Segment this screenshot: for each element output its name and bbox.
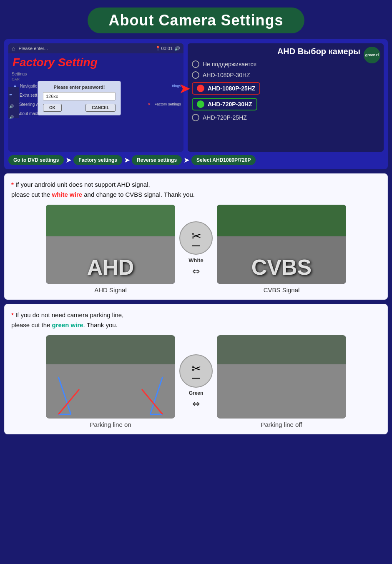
- dialog-input: 126xx: [43, 92, 116, 100]
- scissors-icon-2: ✂: [191, 362, 201, 376]
- section3-text2-before: please cut the: [11, 321, 52, 328]
- scissors-circle-green: ✂ ▬▬: [179, 354, 213, 388]
- double-arrow-1: ⇔: [192, 266, 200, 277]
- white-label: White: [188, 257, 203, 263]
- location-icon: 📍: [155, 46, 161, 51]
- screenshot-panel: ⌂ Please enter... 📍 00:01 🔊 Factory Sett…: [8, 43, 183, 152]
- header-title: About Camera Settings: [108, 12, 283, 29]
- steps-row: Go to DVD settings ➤ Factory settings ➤ …: [8, 155, 384, 165]
- ahd-720p-30hz-label: AHD-720P-30HZ: [208, 101, 252, 108]
- greenyi-logo: greenYi: [364, 47, 380, 63]
- password-dialog: Please enter password! 126xx OK CANCEL: [38, 81, 121, 115]
- home-icon: ⌂: [12, 45, 15, 52]
- sidebar: ⬅ 🔊 🔊: [8, 87, 19, 118]
- ahd-1080p-30hz-label: AHD-1080P-30HZ: [203, 72, 250, 78]
- cvbs-signal-col: CVBS CVBS Signal: [217, 205, 346, 293]
- green-label: Green: [189, 390, 204, 396]
- step-select-ahd: Select AHD1080P/720P: [191, 155, 256, 165]
- parking-signal-row: Parking line on ✂ ▬▬ Green ⇔ Parking lin…: [11, 335, 381, 428]
- ahd-panel: AHD Выбор камеры greenYi Не поддерживает…: [188, 43, 384, 152]
- dialog-buttons: OK CANCEL: [43, 104, 116, 112]
- ahd-unsupported-label: Не поддерживается: [203, 61, 256, 68]
- ahd-720p-30hz-box: AHD-720P-30HZ: [192, 98, 257, 110]
- parking-off-scene: [217, 335, 346, 419]
- arrow-2: ➤: [124, 155, 130, 165]
- address-bar: Please enter...: [18, 46, 152, 51]
- white-wire-scissors: ✂ ▬▬ White ⇔: [179, 221, 213, 277]
- green-wire-label: green wire: [52, 321, 83, 328]
- section1-camera-settings: ⌂ Please enter... 📍 00:01 🔊 Factory Sett…: [4, 39, 388, 169]
- arrow-1: ➤: [65, 155, 72, 165]
- step-dvd-settings: Go to DVD settings: [8, 155, 64, 165]
- wire-icon: ▬▬: [192, 243, 200, 247]
- parking-off-caption: Parking line off: [261, 421, 302, 428]
- ahd-label-big: AHD: [87, 255, 134, 280]
- x-icon: ✕: [148, 102, 151, 106]
- parking-bg-off: [217, 335, 346, 419]
- section2-text2-after: and change to CVBS signal. Thank you.: [82, 191, 195, 198]
- cvbs-signal-box: CVBS: [217, 205, 346, 284]
- radio-1080p-30hz: [192, 71, 199, 79]
- settings-label: Settings: [10, 71, 183, 77]
- section2-text2-before: please cut the: [11, 191, 52, 198]
- section3-text2-after: . Thank you.: [83, 321, 118, 328]
- section2-ahd-cvbs: * If your android unit does not support …: [4, 173, 388, 300]
- parking-off-col: Parking line off: [217, 335, 346, 428]
- radio-720p-25hz: [192, 114, 199, 121]
- ahd-title: AHD Выбор камеры: [192, 47, 379, 56]
- parking-on-caption: Parking line on: [90, 421, 131, 428]
- volume-icon: 🔊: [174, 46, 180, 51]
- ahd-signal-caption: AHD Signal: [94, 286, 127, 293]
- wire-icon-2: ▬▬: [192, 376, 200, 380]
- ahd-option-720p-25hz: AHD-720P-25HZ: [192, 114, 379, 121]
- step-factory-settings: Factory settings: [73, 155, 122, 165]
- ahd-option-1080p-25hz: ➤ AHD-1080P-25HZ: [192, 82, 379, 95]
- section2-text1: If your android unit does not support AH…: [14, 181, 150, 188]
- parking-on-col: Parking line on: [46, 335, 175, 428]
- section3-text1: If you do not need camera parking line,: [14, 311, 124, 318]
- topbar: ⌂ Please enter... 📍 00:01 🔊: [8, 43, 183, 53]
- section3-parking-line: * If you do not need camera parking line…: [4, 304, 388, 434]
- step-reverse-settings: Reverse settings: [132, 155, 182, 165]
- cvbs-signal-caption: CVBS Signal: [264, 286, 300, 293]
- radio-1080p-25hz: [197, 85, 204, 92]
- parking-lines-svg: [46, 368, 175, 419]
- parking-on-scene: [46, 335, 175, 419]
- ahd-720p-25hz-label: AHD-720P-25HZ: [203, 114, 247, 121]
- factory-setting-label: Factory Setting: [8, 53, 183, 71]
- ahd-1080p-25hz-label: AHD-1080P-25HZ: [208, 85, 255, 92]
- ok-button[interactable]: OK: [43, 104, 62, 112]
- arrow-3: ➤: [183, 155, 190, 165]
- time-display: 00:01: [161, 46, 173, 51]
- scissors-icon: ✂: [191, 229, 201, 243]
- dialog-title: Please enter password!: [43, 85, 116, 90]
- ahd-signal-col: AHD AHD Signal: [46, 205, 175, 293]
- section3-description: * If you do not need camera parking line…: [11, 310, 381, 330]
- ahd-1080p-25hz-box: AHD-1080P-25HZ: [192, 82, 260, 95]
- red-arrow-1: ➤: [179, 81, 190, 96]
- signal-row: AHD AHD Signal ✂ ▬▬ White ⇔ CVBS CVBS Si…: [11, 205, 381, 293]
- header-title-box: About Camera Settings: [88, 8, 304, 33]
- scissors-circle-white: ✂ ▬▬: [179, 221, 213, 255]
- factory-settings-label-right: Factory settings: [154, 102, 181, 106]
- ahd-option-unsupported: Не поддерживается: [192, 60, 379, 68]
- cvbs-label-big: CVBS: [251, 255, 312, 280]
- white-wire-label: white wire: [52, 191, 83, 198]
- double-arrow-2: ⇔: [192, 399, 200, 409]
- radio-unsupported: [192, 60, 199, 68]
- header: About Camera Settings: [0, 0, 392, 39]
- ahd-option-720p-30hz: AHD-720P-30HZ: [192, 98, 379, 110]
- cancel-button[interactable]: CANCEL: [85, 104, 116, 112]
- ahd-option-1080p-30hz: AHD-1080P-30HZ: [192, 71, 379, 79]
- radio-720p-30hz: [197, 100, 204, 108]
- green-wire-scissors: ✂ ▬▬ Green ⇔: [179, 354, 213, 409]
- ahd-signal-box: AHD: [46, 205, 175, 284]
- section2-description: * If your android unit does not support …: [11, 180, 381, 200]
